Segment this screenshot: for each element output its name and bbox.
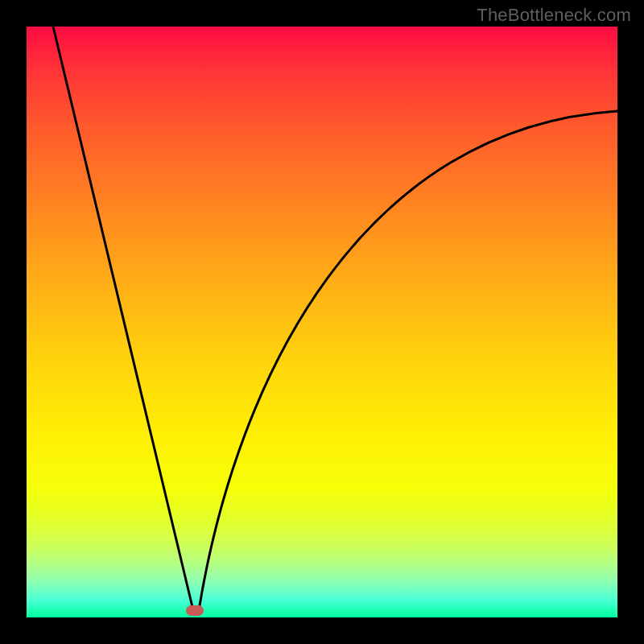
chart-frame: TheBottleneck.com bbox=[0, 0, 644, 644]
optimum-marker bbox=[186, 605, 204, 616]
chart-plot-area bbox=[27, 27, 617, 617]
curve-right-branch bbox=[199, 111, 617, 610]
curve-left-branch bbox=[53, 27, 193, 610]
watermark-text: TheBottleneck.com bbox=[477, 5, 631, 26]
bottleneck-curve bbox=[27, 27, 617, 617]
